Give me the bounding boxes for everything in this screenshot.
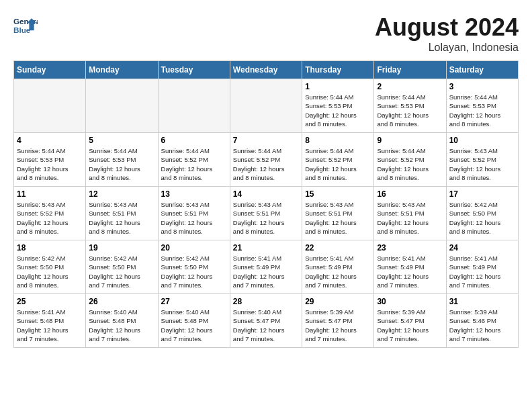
- calendar-cell: 29Sunrise: 5:39 AM Sunset: 5:47 PM Dayli…: [302, 294, 374, 348]
- calendar-header-row: SundayMondayTuesdayWednesdayThursdayFrid…: [14, 61, 519, 79]
- day-number: 21: [233, 243, 299, 253]
- calendar-table: SundayMondayTuesdayWednesdayThursdayFrid…: [13, 60, 519, 348]
- calendar-cell: 10Sunrise: 5:43 AM Sunset: 5:52 PM Dayli…: [446, 133, 518, 187]
- day-info: Sunrise: 5:43 AM Sunset: 5:51 PM Dayligh…: [89, 200, 154, 236]
- day-header-friday: Friday: [374, 61, 446, 79]
- day-info: Sunrise: 5:43 AM Sunset: 5:51 PM Dayligh…: [377, 200, 443, 236]
- calendar-week-row: 4Sunrise: 5:44 AM Sunset: 5:53 PM Daylig…: [14, 133, 519, 187]
- day-number: 14: [233, 189, 299, 199]
- day-number: 25: [17, 297, 83, 306]
- day-number: 5: [89, 136, 154, 145]
- day-number: 16: [377, 189, 443, 199]
- calendar-cell: 19Sunrise: 5:42 AM Sunset: 5:50 PM Dayli…: [86, 240, 158, 294]
- calendar-cell: 22Sunrise: 5:41 AM Sunset: 5:49 PM Dayli…: [302, 240, 374, 294]
- day-info: Sunrise: 5:41 AM Sunset: 5:49 PM Dayligh…: [305, 254, 371, 289]
- calendar-cell: 17Sunrise: 5:42 AM Sunset: 5:50 PM Dayli…: [446, 187, 518, 240]
- day-number: 13: [161, 189, 227, 199]
- calendar-cell: 1Sunrise: 5:44 AM Sunset: 5:53 PM Daylig…: [302, 79, 374, 133]
- calendar-cell: 11Sunrise: 5:43 AM Sunset: 5:52 PM Dayli…: [14, 187, 86, 240]
- svg-text:Blue: Blue: [13, 26, 31, 34]
- day-number: 8: [305, 136, 371, 145]
- day-number: 19: [89, 243, 154, 253]
- location: Lolayan, Indonesia: [375, 42, 519, 54]
- calendar-cell: 28Sunrise: 5:40 AM Sunset: 5:47 PM Dayli…: [230, 294, 302, 348]
- day-number: 3: [449, 82, 515, 91]
- calendar-cell: 15Sunrise: 5:43 AM Sunset: 5:51 PM Dayli…: [302, 187, 374, 240]
- calendar-cell: 21Sunrise: 5:41 AM Sunset: 5:49 PM Dayli…: [230, 240, 302, 294]
- day-info: Sunrise: 5:39 AM Sunset: 5:47 PM Dayligh…: [377, 308, 443, 343]
- day-info: Sunrise: 5:42 AM Sunset: 5:50 PM Dayligh…: [161, 254, 227, 289]
- calendar-week-row: 1Sunrise: 5:44 AM Sunset: 5:53 PM Daylig…: [14, 79, 519, 133]
- day-info: Sunrise: 5:44 AM Sunset: 5:52 PM Dayligh…: [233, 146, 299, 182]
- title-area: August 2024 Lolayan, Indonesia: [375, 13, 519, 54]
- day-number: 27: [161, 297, 227, 306]
- day-info: Sunrise: 5:42 AM Sunset: 5:50 PM Dayligh…: [449, 200, 515, 236]
- day-number: 30: [377, 297, 443, 306]
- day-header-thursday: Thursday: [302, 61, 374, 79]
- calendar-week-row: 18Sunrise: 5:42 AM Sunset: 5:50 PM Dayli…: [14, 240, 519, 294]
- calendar-cell: 16Sunrise: 5:43 AM Sunset: 5:51 PM Dayli…: [374, 187, 446, 240]
- day-number: 15: [305, 189, 371, 199]
- day-info: Sunrise: 5:43 AM Sunset: 5:51 PM Dayligh…: [161, 200, 227, 236]
- calendar-cell: 31Sunrise: 5:39 AM Sunset: 5:46 PM Dayli…: [446, 294, 518, 348]
- day-number: 1: [305, 82, 371, 91]
- day-info: Sunrise: 5:40 AM Sunset: 5:48 PM Dayligh…: [89, 308, 154, 343]
- day-number: 31: [449, 297, 515, 306]
- calendar-cell: 20Sunrise: 5:42 AM Sunset: 5:50 PM Dayli…: [158, 240, 230, 294]
- day-info: Sunrise: 5:43 AM Sunset: 5:51 PM Dayligh…: [305, 200, 371, 236]
- day-number: 17: [449, 189, 515, 199]
- day-info: Sunrise: 5:44 AM Sunset: 5:53 PM Dayligh…: [17, 146, 83, 182]
- day-info: Sunrise: 5:41 AM Sunset: 5:49 PM Dayligh…: [377, 254, 443, 289]
- calendar-week-row: 25Sunrise: 5:41 AM Sunset: 5:48 PM Dayli…: [14, 294, 519, 348]
- day-number: 23: [377, 243, 443, 253]
- calendar-cell: [86, 79, 158, 133]
- day-info: Sunrise: 5:41 AM Sunset: 5:49 PM Dayligh…: [449, 254, 515, 289]
- day-header-tuesday: Tuesday: [158, 61, 230, 79]
- day-number: 7: [233, 136, 299, 145]
- calendar-cell: 4Sunrise: 5:44 AM Sunset: 5:53 PM Daylig…: [14, 133, 86, 187]
- day-number: 6: [161, 136, 227, 145]
- day-info: Sunrise: 5:40 AM Sunset: 5:48 PM Dayligh…: [161, 308, 227, 343]
- logo-icon: General Blue: [13, 13, 38, 38]
- calendar-cell: 27Sunrise: 5:40 AM Sunset: 5:48 PM Dayli…: [158, 294, 230, 348]
- calendar-cell: 13Sunrise: 5:43 AM Sunset: 5:51 PM Dayli…: [158, 187, 230, 240]
- day-info: Sunrise: 5:42 AM Sunset: 5:50 PM Dayligh…: [89, 254, 154, 289]
- day-info: Sunrise: 5:43 AM Sunset: 5:51 PM Dayligh…: [233, 200, 299, 236]
- calendar-cell: 24Sunrise: 5:41 AM Sunset: 5:49 PM Dayli…: [446, 240, 518, 294]
- day-info: Sunrise: 5:41 AM Sunset: 5:48 PM Dayligh…: [17, 308, 83, 343]
- calendar-cell: 25Sunrise: 5:41 AM Sunset: 5:48 PM Dayli…: [14, 294, 86, 348]
- day-number: 22: [305, 243, 371, 253]
- page-header: General Blue August 2024 Lolayan, Indone…: [13, 13, 519, 54]
- logo: General Blue: [13, 13, 38, 38]
- day-info: Sunrise: 5:44 AM Sunset: 5:53 PM Dayligh…: [449, 93, 515, 128]
- day-info: Sunrise: 5:44 AM Sunset: 5:53 PM Dayligh…: [305, 93, 371, 128]
- day-info: Sunrise: 5:39 AM Sunset: 5:47 PM Dayligh…: [305, 308, 371, 343]
- calendar-cell: 12Sunrise: 5:43 AM Sunset: 5:51 PM Dayli…: [86, 187, 158, 240]
- calendar-cell: 9Sunrise: 5:44 AM Sunset: 5:52 PM Daylig…: [374, 133, 446, 187]
- day-number: 18: [17, 243, 83, 253]
- day-number: 10: [449, 136, 515, 145]
- day-info: Sunrise: 5:44 AM Sunset: 5:52 PM Dayligh…: [305, 146, 371, 182]
- day-info: Sunrise: 5:44 AM Sunset: 5:52 PM Dayligh…: [161, 146, 227, 182]
- day-info: Sunrise: 5:41 AM Sunset: 5:49 PM Dayligh…: [233, 254, 299, 289]
- day-info: Sunrise: 5:44 AM Sunset: 5:53 PM Dayligh…: [89, 146, 154, 182]
- calendar-cell: 8Sunrise: 5:44 AM Sunset: 5:52 PM Daylig…: [302, 133, 374, 187]
- day-number: 29: [305, 297, 371, 306]
- calendar-week-row: 11Sunrise: 5:43 AM Sunset: 5:52 PM Dayli…: [14, 187, 519, 240]
- day-number: 24: [449, 243, 515, 253]
- calendar-cell: [230, 79, 302, 133]
- day-info: Sunrise: 5:40 AM Sunset: 5:47 PM Dayligh…: [233, 308, 299, 343]
- month-year: August 2024: [375, 13, 519, 42]
- calendar-cell: 30Sunrise: 5:39 AM Sunset: 5:47 PM Dayli…: [374, 294, 446, 348]
- day-number: 20: [161, 243, 227, 253]
- calendar-cell: 14Sunrise: 5:43 AM Sunset: 5:51 PM Dayli…: [230, 187, 302, 240]
- day-number: 9: [377, 136, 443, 145]
- day-info: Sunrise: 5:44 AM Sunset: 5:53 PM Dayligh…: [377, 93, 443, 128]
- day-header-monday: Monday: [86, 61, 158, 79]
- calendar-cell: 23Sunrise: 5:41 AM Sunset: 5:49 PM Dayli…: [374, 240, 446, 294]
- calendar-cell: 6Sunrise: 5:44 AM Sunset: 5:52 PM Daylig…: [158, 133, 230, 187]
- day-number: 4: [17, 136, 83, 145]
- day-header-wednesday: Wednesday: [230, 61, 302, 79]
- day-info: Sunrise: 5:39 AM Sunset: 5:46 PM Dayligh…: [449, 308, 515, 343]
- day-header-sunday: Sunday: [14, 61, 86, 79]
